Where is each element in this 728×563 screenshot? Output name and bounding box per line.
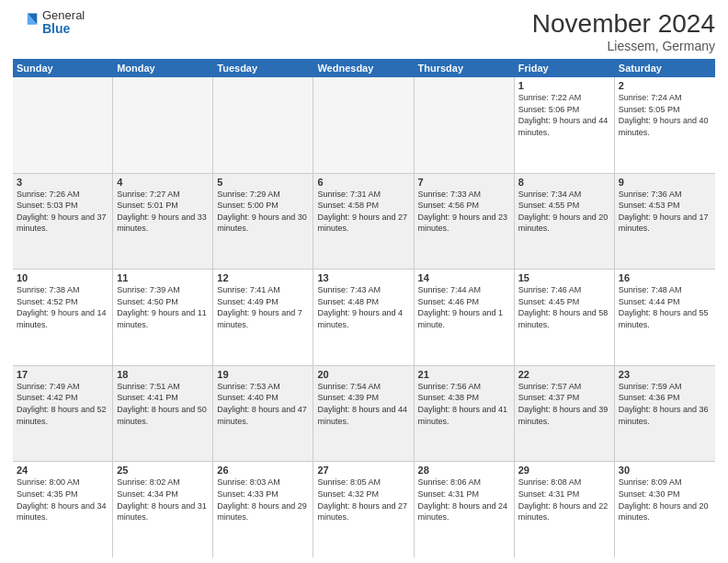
day-info: Sunrise: 7:34 AMSunset: 4:55 PMDaylight:… (518, 189, 610, 235)
cal-cell: 6Sunrise: 7:31 AMSunset: 4:58 PMDaylight… (313, 174, 414, 270)
day-number: 21 (418, 369, 510, 380)
page: General Blue November 2024 Liessem, Germ… (0, 0, 728, 563)
day-info: Sunrise: 7:41 AMSunset: 4:49 PMDaylight:… (217, 284, 309, 330)
day-number: 11 (117, 272, 209, 283)
day-info: Sunrise: 8:00 AMSunset: 4:35 PMDaylight:… (17, 477, 108, 523)
header-monday: Monday (113, 59, 213, 77)
cal-cell: 4Sunrise: 7:27 AMSunset: 5:01 PMDaylight… (113, 174, 213, 270)
day-number: 2 (619, 80, 711, 91)
cal-cell: 11Sunrise: 7:39 AMSunset: 4:50 PMDayligh… (113, 270, 213, 365)
day-number: 1 (518, 80, 610, 91)
day-info: Sunrise: 7:24 AMSunset: 5:05 PMDaylight:… (619, 92, 711, 138)
header-wednesday: Wednesday (313, 59, 414, 77)
day-number: 23 (619, 369, 711, 380)
day-number: 14 (418, 272, 510, 283)
cal-cell: 12Sunrise: 7:41 AMSunset: 4:49 PMDayligh… (213, 270, 313, 365)
header-saturday: Saturday (615, 59, 715, 77)
cal-cell: 5Sunrise: 7:29 AMSunset: 5:00 PMDaylight… (213, 174, 313, 270)
cal-cell: 21Sunrise: 7:56 AMSunset: 4:38 PMDayligh… (415, 366, 515, 462)
cal-row-0: 1Sunrise: 7:22 AMSunset: 5:06 PMDaylight… (13, 77, 715, 174)
cal-cell: 1Sunrise: 7:22 AMSunset: 5:06 PMDaylight… (515, 77, 615, 173)
day-number: 9 (619, 177, 711, 188)
cal-cell (113, 77, 213, 173)
cal-cell: 15Sunrise: 7:46 AMSunset: 4:45 PMDayligh… (515, 270, 615, 365)
logo-general-text: General (42, 9, 85, 22)
day-info: Sunrise: 7:56 AMSunset: 4:38 PMDaylight:… (418, 381, 510, 427)
day-number: 3 (17, 177, 108, 188)
day-info: Sunrise: 7:48 AMSunset: 4:44 PMDaylight:… (619, 284, 711, 330)
day-info: Sunrise: 7:36 AMSunset: 4:53 PMDaylight:… (619, 189, 711, 235)
day-number: 30 (619, 465, 711, 476)
calendar-header: Sunday Monday Tuesday Wednesday Thursday… (13, 59, 715, 77)
logo: General Blue (13, 9, 85, 37)
cal-row-3: 17Sunrise: 7:49 AMSunset: 4:42 PMDayligh… (13, 366, 715, 463)
day-info: Sunrise: 7:33 AMSunset: 4:56 PMDaylight:… (418, 189, 510, 235)
day-number: 25 (117, 465, 209, 476)
day-info: Sunrise: 7:38 AMSunset: 4:52 PMDaylight:… (17, 284, 108, 330)
cal-cell: 23Sunrise: 7:59 AMSunset: 4:36 PMDayligh… (615, 366, 715, 462)
day-info: Sunrise: 8:05 AMSunset: 4:32 PMDaylight:… (317, 477, 409, 523)
cal-cell: 2Sunrise: 7:24 AMSunset: 5:05 PMDaylight… (615, 77, 715, 173)
header-tuesday: Tuesday (213, 59, 313, 77)
day-info: Sunrise: 8:06 AMSunset: 4:31 PMDaylight:… (418, 477, 510, 523)
cal-cell (313, 77, 414, 173)
day-info: Sunrise: 7:27 AMSunset: 5:01 PMDaylight:… (117, 189, 209, 235)
cal-cell: 14Sunrise: 7:44 AMSunset: 4:46 PMDayligh… (415, 270, 515, 365)
day-number: 26 (217, 465, 309, 476)
cal-cell (213, 77, 313, 173)
calendar: Sunday Monday Tuesday Wednesday Thursday… (13, 59, 715, 557)
cal-row-1: 3Sunrise: 7:26 AMSunset: 5:03 PMDaylight… (13, 174, 715, 270)
cal-cell: 3Sunrise: 7:26 AMSunset: 5:03 PMDaylight… (13, 174, 113, 270)
calendar-body: 1Sunrise: 7:22 AMSunset: 5:06 PMDaylight… (13, 77, 715, 557)
cal-cell: 10Sunrise: 7:38 AMSunset: 4:52 PMDayligh… (13, 270, 113, 365)
header-friday: Friday (515, 59, 615, 77)
day-info: Sunrise: 8:09 AMSunset: 4:30 PMDaylight:… (619, 477, 711, 523)
day-number: 22 (518, 369, 610, 380)
day-number: 28 (418, 465, 510, 476)
day-number: 13 (317, 272, 409, 283)
day-info: Sunrise: 8:02 AMSunset: 4:34 PMDaylight:… (117, 477, 209, 523)
day-info: Sunrise: 7:51 AMSunset: 4:41 PMDaylight:… (117, 381, 209, 427)
cal-cell: 20Sunrise: 7:54 AMSunset: 4:39 PMDayligh… (313, 366, 414, 462)
cal-cell: 29Sunrise: 8:08 AMSunset: 4:31 PMDayligh… (515, 462, 615, 557)
logo-text: General Blue (42, 9, 85, 37)
cal-cell: 28Sunrise: 8:06 AMSunset: 4:31 PMDayligh… (415, 462, 515, 557)
cal-row-4: 24Sunrise: 8:00 AMSunset: 4:35 PMDayligh… (13, 462, 715, 557)
cal-cell: 27Sunrise: 8:05 AMSunset: 4:32 PMDayligh… (313, 462, 414, 557)
day-number: 19 (217, 369, 309, 380)
cal-cell: 22Sunrise: 7:57 AMSunset: 4:37 PMDayligh… (515, 366, 615, 462)
day-number: 18 (117, 369, 209, 380)
day-info: Sunrise: 7:57 AMSunset: 4:37 PMDaylight:… (518, 381, 610, 427)
cal-cell: 26Sunrise: 8:03 AMSunset: 4:33 PMDayligh… (213, 462, 313, 557)
day-info: Sunrise: 8:08 AMSunset: 4:31 PMDaylight:… (518, 477, 610, 523)
cal-cell (13, 77, 113, 173)
day-info: Sunrise: 8:03 AMSunset: 4:33 PMDaylight:… (217, 477, 309, 523)
day-number: 20 (317, 369, 409, 380)
logo-blue-text: Blue (42, 22, 85, 36)
title-block: November 2024 Liessem, Germany (532, 9, 715, 53)
day-info: Sunrise: 7:31 AMSunset: 4:58 PMDaylight:… (317, 189, 409, 235)
cal-cell (415, 77, 515, 173)
day-info: Sunrise: 7:22 AMSunset: 5:06 PMDaylight:… (518, 92, 610, 138)
cal-row-2: 10Sunrise: 7:38 AMSunset: 4:52 PMDayligh… (13, 270, 715, 366)
day-number: 10 (17, 272, 108, 283)
cal-cell: 16Sunrise: 7:48 AMSunset: 4:44 PMDayligh… (615, 270, 715, 365)
logo-icon (13, 10, 39, 36)
cal-cell: 24Sunrise: 8:00 AMSunset: 4:35 PMDayligh… (13, 462, 113, 557)
day-info: Sunrise: 7:26 AMSunset: 5:03 PMDaylight:… (17, 189, 108, 235)
title-month: November 2024 (532, 9, 715, 39)
day-number: 8 (518, 177, 610, 188)
day-number: 24 (17, 465, 108, 476)
day-number: 7 (418, 177, 510, 188)
day-info: Sunrise: 7:43 AMSunset: 4:48 PMDaylight:… (317, 284, 409, 330)
cal-cell: 8Sunrise: 7:34 AMSunset: 4:55 PMDaylight… (515, 174, 615, 270)
day-info: Sunrise: 7:53 AMSunset: 4:40 PMDaylight:… (217, 381, 309, 427)
day-number: 29 (518, 465, 610, 476)
cal-cell: 9Sunrise: 7:36 AMSunset: 4:53 PMDaylight… (615, 174, 715, 270)
cal-cell: 25Sunrise: 8:02 AMSunset: 4:34 PMDayligh… (113, 462, 213, 557)
cal-cell: 30Sunrise: 8:09 AMSunset: 4:30 PMDayligh… (615, 462, 715, 557)
day-info: Sunrise: 7:46 AMSunset: 4:45 PMDaylight:… (518, 284, 610, 330)
cal-cell: 18Sunrise: 7:51 AMSunset: 4:41 PMDayligh… (113, 366, 213, 462)
day-number: 15 (518, 272, 610, 283)
header: General Blue November 2024 Liessem, Germ… (13, 9, 715, 53)
